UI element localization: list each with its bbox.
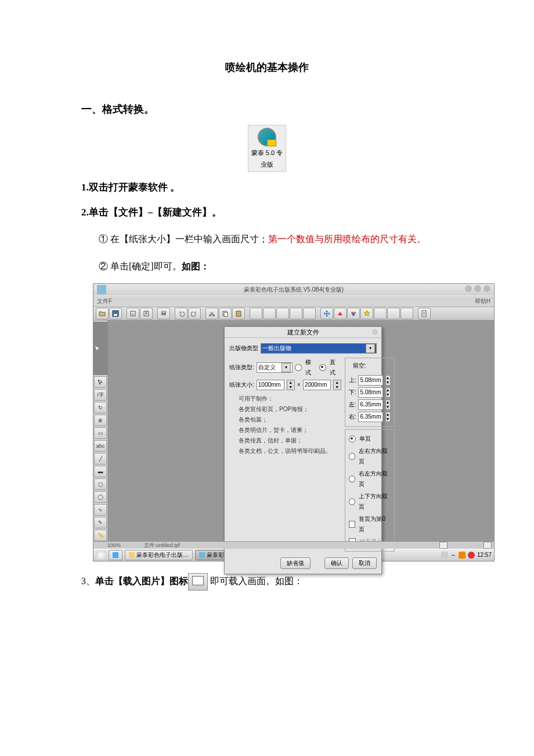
page-tb-radio[interactable] [349, 498, 355, 505]
tray-status-icon[interactable] [468, 552, 475, 559]
margin-left-spin[interactable]: ▲▼ [385, 399, 391, 410]
app-icon-graphic [258, 128, 276, 146]
toolbar-misc2-icon[interactable] [387, 308, 400, 319]
dialog-close-icon[interactable] [372, 329, 378, 335]
margin-left-label: 左: [349, 399, 356, 410]
toolbar-misc3-icon[interactable] [400, 308, 413, 319]
paper-type-select[interactable]: 自定义 ▾ [257, 362, 293, 373]
minimize-button[interactable] [465, 285, 472, 292]
toolbar-import-icon[interactable] [127, 308, 139, 319]
paper-size-label: 纸张大小: [229, 380, 254, 390]
toolbar-color-icon[interactable] [347, 308, 360, 319]
tool-ellipse[interactable]: ◯ [94, 491, 107, 503]
tool-pen[interactable]: ✎ [94, 517, 107, 528]
toolbar-group4-icon[interactable] [290, 308, 302, 319]
pub-type-select[interactable]: 一般出版物 ▾ [261, 343, 377, 354]
tray-arrows: ↔ [450, 550, 456, 560]
svg-rect-5 [162, 311, 165, 313]
orient-h-radio[interactable] [295, 364, 302, 371]
statusbar: 100% 文件:untitled.tpf [93, 541, 494, 549]
tool-zoom[interactable]: ⊕ [94, 415, 107, 426]
margin-bottom-input[interactable]: 5.08mm [358, 387, 383, 398]
tool-fillrect[interactable]: ▬ [94, 466, 107, 477]
tool-ruler[interactable]: 📏 [94, 530, 107, 541]
size-width-input[interactable]: 1000mm [257, 380, 284, 390]
margin-top-input[interactable]: 5.08mm [358, 375, 383, 386]
page-single-label: 单页 [359, 434, 371, 444]
menu-help[interactable]: 帮助H [475, 296, 490, 307]
toolbar-group2-icon[interactable] [263, 308, 276, 319]
tool-roundrect[interactable]: ▢ [94, 478, 107, 490]
toolbar-redo-icon[interactable] [188, 308, 201, 319]
toolbar-doc-icon[interactable] [418, 308, 431, 319]
cancel-button[interactable]: 取消 [352, 557, 377, 569]
ok-button[interactable]: 确认 [324, 557, 349, 569]
size-height-input[interactable]: 2000mm [303, 380, 331, 390]
page-tb-label: 上下方向双页 [359, 491, 391, 512]
page-rl-radio[interactable] [349, 476, 355, 483]
scroll-box-icon[interactable] [484, 542, 492, 549]
toolbar-group3-icon[interactable] [276, 308, 289, 319]
tool-abc[interactable]: abc [94, 440, 107, 452]
default-button[interactable]: 缺省值 [280, 557, 311, 569]
svg-rect-1 [114, 314, 117, 316]
toolbar-undo-icon[interactable] [175, 308, 187, 319]
menu-file[interactable]: 文件F [97, 296, 112, 307]
chevron-down-icon: ▾ [366, 344, 375, 353]
tool-line[interactable]: ╱ [94, 453, 107, 465]
app-desktop-icon[interactable]: 蒙泰 5.0 专业版 [248, 125, 286, 172]
app-screenshot: 蒙泰彩色电子出版系统 V5.0B4(专业版) 文件F 帮助H [93, 283, 495, 561]
margin-right-input[interactable]: 6.35mm [358, 412, 383, 422]
window-title: 蒙泰彩色电子出版系统 V5.0B4(专业版) [93, 285, 494, 295]
toolbar-move-icon[interactable] [320, 308, 333, 319]
usable-for-block: 可用于制作： 各类宣传彩页，POP海报； 各类包装； 各类明信片，贺卡，请柬； … [229, 394, 341, 456]
margin-top-spin[interactable]: ▲▼ [385, 375, 391, 386]
toolbar-save-icon[interactable] [109, 308, 122, 319]
toolbar-export-icon[interactable] [140, 308, 153, 319]
first-page-zero-label: 首页为第0页 [359, 514, 390, 535]
tray-clock: 12:57 [477, 550, 492, 560]
page-single-radio[interactable] [349, 435, 356, 442]
toolbar-open-icon[interactable] [96, 308, 109, 319]
tool-rotate[interactable]: ↻ [94, 402, 107, 413]
main-toolbar [93, 307, 494, 321]
new-file-dialog: 建立新文件 出版物类型 一般出版物 ▾ 纸张类型: [224, 326, 382, 574]
svg-rect-10 [236, 311, 241, 316]
tray-icon[interactable] [441, 552, 448, 559]
tool-rect[interactable]: ▭ [94, 427, 107, 439]
toolbar-cut-icon[interactable] [205, 308, 218, 319]
size-sep: × [297, 380, 301, 390]
start-button[interactable] [96, 550, 106, 560]
toolbar-group1-icon[interactable] [250, 308, 262, 319]
margin-left-input[interactable]: 6.35mm [358, 399, 383, 410]
toolbar-print-icon[interactable] [157, 308, 170, 319]
scroll-box-icon[interactable] [439, 542, 448, 549]
taskbar-item-folder[interactable]: 蒙泰彩色电子出版… [125, 550, 193, 560]
toolbar-star-icon[interactable] [360, 308, 373, 319]
tray-shield-icon[interactable] [459, 552, 466, 559]
margin-bottom-spin[interactable]: ▲▼ [385, 387, 391, 398]
quicklaunch-icon[interactable] [109, 550, 122, 560]
step-2-sub-1: ① 在【纸张大小】一栏中输入画面尺寸；第一个数值与所用喷绘布的尺寸有关。 [99, 229, 453, 249]
orient-v-radio[interactable] [319, 364, 326, 371]
margin-right-spin[interactable]: ▲▼ [385, 412, 391, 422]
tool-wave[interactable]: ∿ [94, 504, 107, 516]
first-page-zero-check[interactable] [349, 521, 356, 528]
maximize-button[interactable] [474, 285, 481, 292]
toolbar-paste-icon[interactable] [232, 308, 245, 319]
workspace: I字 ↻ ⊕ ▭ abc ╱ ▬ ▢ ◯ ∿ ✎ 📏 建立新文件 出版物 [93, 321, 494, 541]
size-width-spin[interactable]: ▲▼ [287, 380, 295, 390]
toolbar-misc1-icon[interactable] [374, 308, 387, 319]
tool-pointer[interactable] [94, 376, 107, 388]
page-lr-radio[interactable] [349, 453, 355, 460]
tool-text[interactable]: I字 [94, 389, 107, 401]
toolbar-copy-icon[interactable] [219, 308, 232, 319]
svg-rect-11 [237, 311, 240, 312]
close-button[interactable] [484, 285, 490, 292]
margins-group: 留空: 上:5.08mm▲▼ 下:5.08mm▲▼ 左:6.35mm▲▼ 右:6… [345, 358, 395, 427]
toolbar-group5-icon[interactable] [303, 308, 316, 319]
tool-arrow[interactable] [93, 322, 108, 375]
size-height-spin[interactable]: ▲▼ [333, 380, 341, 390]
window-titlebar: 蒙泰彩色电子出版系统 V5.0B4(专业版) [93, 284, 494, 296]
toolbar-shape-icon[interactable] [334, 308, 347, 319]
